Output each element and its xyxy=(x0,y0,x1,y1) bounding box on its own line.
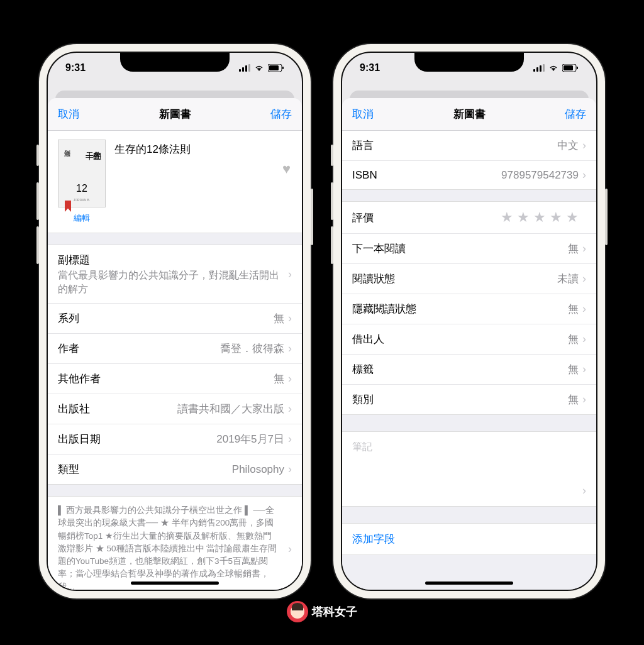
field-value: 無 xyxy=(374,392,582,407)
row-subtitle[interactable]: 副標題 當代最具影響力的公共知識分子，對混亂生活開出的解方 › xyxy=(48,245,302,303)
field-value: 讀書共和國／大家出版 xyxy=(90,402,288,416)
title-area[interactable]: 生存的12條法則 xyxy=(114,140,292,224)
screen-right: 9:31 取消 新圖書 儲存 語言 中文 › xyxy=(341,52,597,591)
add-field-label: 添加字段 xyxy=(352,533,395,545)
row-hide-status[interactable]: 隱藏閱讀狀態 無 › xyxy=(342,294,596,324)
chevron-right-icon: › xyxy=(582,333,586,346)
status-icons xyxy=(239,64,284,72)
book-cover[interactable]: 條法則 十二 生存的 12 JORDAN B. xyxy=(58,140,106,207)
row-read-status[interactable]: 閱讀狀態 未讀 › xyxy=(342,263,596,294)
save-button[interactable]: 儲存 xyxy=(565,107,586,121)
row-other-authors[interactable]: 其他作者 無 › xyxy=(48,363,302,394)
field-value: 無 xyxy=(79,311,288,326)
description-block[interactable]: ▌ 西方最具影響力的公共知識分子橫空出世之作 ▌ ──全球最突出的現象級大書──… xyxy=(48,496,302,590)
chevron-right-icon: › xyxy=(582,168,586,182)
row-rating[interactable]: 評價 ★★★★★ xyxy=(342,202,596,233)
svg-rect-12 xyxy=(564,65,573,70)
home-indicator[interactable] xyxy=(425,582,513,585)
screen-left: 9:31 取消 新圖書 儲存 條法則 xyxy=(47,52,303,591)
row-tags[interactable]: 標籤 無 › xyxy=(342,354,596,384)
signal-icon xyxy=(533,64,545,72)
side-button xyxy=(36,226,39,264)
fields-group-mid: 評價 ★★★★★ 下一本閱讀 無 › 閱讀狀態 未讀 › 隱藏閱讀狀態 xyxy=(342,201,596,415)
modal-left: 取消 新圖書 儲存 條法則 十二 生存的 12 JORDAN B. xyxy=(48,98,302,590)
field-value: 無 xyxy=(384,332,582,346)
fields-group-1: 副標題 當代最具影響力的公共知識分子，對混亂生活開出的解方 › 系列 無 › 作… xyxy=(48,245,302,485)
svg-rect-0 xyxy=(239,69,241,72)
phone-left: 9:31 取消 新圖書 儲存 條法則 xyxy=(39,44,311,598)
side-button xyxy=(331,226,333,264)
save-button[interactable]: 儲存 xyxy=(270,107,292,121)
svg-rect-10 xyxy=(543,64,545,72)
chevron-right-icon: › xyxy=(582,363,586,376)
row-author[interactable]: 作者 喬登．彼得森 › xyxy=(48,333,302,363)
field-label: ISBN xyxy=(352,169,377,182)
side-button xyxy=(331,182,333,220)
add-field-button[interactable]: 添加字段 xyxy=(342,523,596,555)
field-label: 標籤 xyxy=(352,362,374,377)
home-indicator[interactable] xyxy=(131,582,219,585)
field-label: 閱讀狀態 xyxy=(352,272,395,286)
row-pubdate[interactable]: 出版日期 2019年5月7日 › xyxy=(48,424,302,454)
field-label: 出版日期 xyxy=(58,432,101,446)
modal-right: 取消 新圖書 儲存 語言 中文 › ISBN 9789579542739 › xyxy=(342,98,596,590)
field-value: 中文 xyxy=(374,138,582,153)
chevron-right-icon: › xyxy=(288,342,292,355)
field-label: 下一本閱讀 xyxy=(352,241,406,256)
navbar: 取消 新圖書 儲存 xyxy=(342,98,596,131)
side-button xyxy=(605,189,608,245)
content-left[interactable]: 條法則 十二 生存的 12 JORDAN B. 編輯 生存的12條法則 xyxy=(48,131,302,590)
chevron-right-icon: › xyxy=(288,268,292,281)
heart-icon[interactable]: ♥ xyxy=(282,161,291,177)
status-time: 9:31 xyxy=(360,62,380,74)
wifi-icon xyxy=(254,64,264,72)
rating-stars[interactable]: ★★★★★ xyxy=(374,209,586,226)
cancel-button[interactable]: 取消 xyxy=(352,107,374,121)
field-value: 無 xyxy=(374,362,582,377)
wifi-icon xyxy=(548,64,558,72)
side-button xyxy=(36,145,39,166)
row-publisher[interactable]: 出版社 讀書共和國／大家出版 › xyxy=(48,394,302,424)
field-label: 語言 xyxy=(352,138,374,153)
chevron-right-icon: › xyxy=(582,484,586,497)
row-next-read[interactable]: 下一本閱讀 無 › xyxy=(342,233,596,263)
row-language[interactable]: 語言 中文 › xyxy=(342,131,596,160)
description-text: ▌ 西方最具影響力的公共知識分子橫空出世之作 ▌ ──全球最突出的現象級大書──… xyxy=(58,505,277,590)
row-genre[interactable]: 類型 Philosophy › xyxy=(48,454,302,484)
row-isbn[interactable]: ISBN 9789579542739 › xyxy=(342,160,596,189)
chevron-right-icon: › xyxy=(582,242,586,255)
content-right[interactable]: 語言 中文 › ISBN 9789579542739 › 評價 ★★★★★ xyxy=(342,131,596,590)
notch xyxy=(120,53,230,72)
watermark-icon xyxy=(287,601,308,622)
edit-cover-button[interactable]: 編輯 xyxy=(58,212,106,224)
cover-text: JORDAN B. xyxy=(74,198,91,202)
fields-group-top: 語言 中文 › ISBN 9789579542739 › xyxy=(342,131,596,190)
row-category[interactable]: 類別 無 › xyxy=(342,384,596,414)
side-button xyxy=(331,145,333,166)
field-label: 出版社 xyxy=(58,402,90,416)
chevron-right-icon: › xyxy=(582,272,586,285)
svg-rect-6 xyxy=(282,67,284,69)
svg-rect-8 xyxy=(536,67,538,72)
side-button xyxy=(311,189,313,245)
row-series[interactable]: 系列 無 › xyxy=(48,303,302,333)
chevron-right-icon: › xyxy=(582,393,586,406)
field-label: 系列 xyxy=(58,311,79,326)
cancel-button[interactable]: 取消 xyxy=(58,107,79,121)
notes-placeholder: 筆記 xyxy=(352,441,586,454)
notes-field[interactable]: 筆記 › xyxy=(342,431,596,507)
battery-icon xyxy=(268,64,284,72)
navbar: 取消 新圖書 儲存 xyxy=(48,98,302,131)
book-header: 條法則 十二 生存的 12 JORDAN B. 編輯 生存的12條法則 xyxy=(48,131,302,233)
field-label: 類型 xyxy=(58,462,79,477)
cover-text: 12 xyxy=(76,183,87,194)
field-label: 評價 xyxy=(352,211,374,225)
svg-rect-7 xyxy=(533,69,535,72)
field-label: 其他作者 xyxy=(58,372,101,386)
field-value: 無 xyxy=(416,302,582,316)
status-icons xyxy=(533,64,579,72)
field-label: 副標題 xyxy=(58,253,279,267)
row-lent-to[interactable]: 借出人 無 › xyxy=(342,324,596,354)
page-title: 新圖書 xyxy=(453,107,486,121)
chevron-right-icon: › xyxy=(288,372,292,385)
